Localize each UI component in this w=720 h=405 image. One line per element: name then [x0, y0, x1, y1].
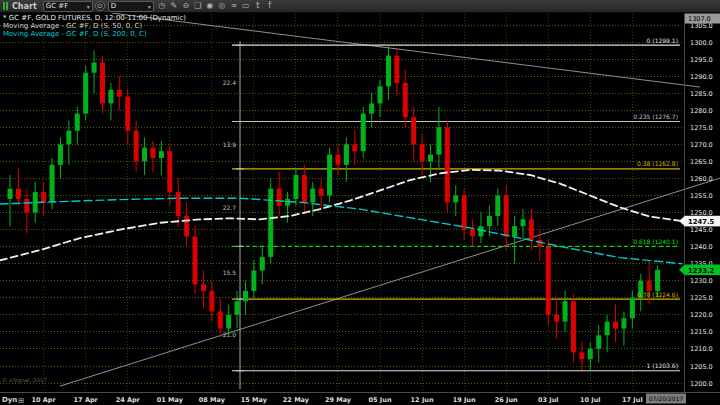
- measure-label: 15.5: [223, 269, 237, 276]
- candle-body: [184, 216, 189, 236]
- candle-body: [605, 322, 610, 336]
- candle-body: [394, 56, 399, 83]
- candle-body: [277, 189, 282, 206]
- candle-body: [117, 90, 122, 97]
- candle-body: [41, 192, 46, 202]
- candle-body: [327, 155, 332, 196]
- candle-body: [167, 151, 172, 192]
- price-tick-label: 1225.0: [690, 294, 713, 302]
- candle-body: [285, 199, 290, 206]
- candle-body: [50, 165, 55, 203]
- candle-body: [319, 189, 324, 196]
- price-tick-label: 1245.0: [690, 226, 713, 234]
- candle-body: [445, 127, 450, 202]
- price-axis[interactable]: 1200.01205.01210.01215.01220.01225.01230…: [679, 13, 720, 392]
- candle-body: [159, 151, 164, 158]
- candle-body: [16, 189, 21, 199]
- candle-body: [193, 236, 198, 284]
- candle-body: [293, 175, 298, 199]
- price-tick-label: 1300.0: [690, 39, 713, 47]
- clock-icon[interactable]: ◷: [156, 0, 168, 12]
- record-icon[interactable]: ◉: [204, 0, 216, 12]
- candle-body: [302, 175, 307, 202]
- fib-level-label: 0 (1299.1): [647, 37, 678, 44]
- candle-body: [260, 257, 265, 271]
- active-tab-indicator-icon: [3, 2, 5, 10]
- candle-body: [563, 301, 568, 321]
- chart-tab-label[interactable]: Chart: [12, 2, 37, 11]
- date-tick-label: 10 Apr: [32, 396, 57, 404]
- titlebar: Chart GC #F ▾ ⊙ D ▾ ◷✎⊖❑◉◎∞▭tf: [0, 0, 720, 13]
- date-tick-label: 24 Apr: [116, 396, 141, 404]
- date-tick-label: 05 Jun: [369, 396, 392, 404]
- date-axis[interactable]: © eSignal, 2017Dyn⊞10 Apr17 Apr24 Apr01 …: [0, 377, 720, 405]
- candle-body: [92, 63, 97, 73]
- candle-body: [66, 131, 71, 145]
- candle-body: [335, 155, 340, 165]
- candle-body: [58, 144, 63, 164]
- fib-level-label: 0.235 (1276.7): [633, 113, 678, 120]
- candle-body: [630, 298, 635, 318]
- ma-line[interactable]: [0, 198, 682, 264]
- date-tick-label: 29 May: [325, 396, 352, 404]
- fib-level-label: 0.618 (1240.1): [633, 238, 678, 245]
- comment-icon[interactable]: ▭: [240, 0, 252, 12]
- date-tick-label: 26 Jun: [495, 396, 518, 404]
- price-tick-label: 1255.0: [690, 192, 713, 200]
- candle-body: [369, 103, 374, 113]
- candle-body: [100, 63, 105, 104]
- search-icon: ⊙: [97, 2, 103, 10]
- last-price-marker-arrow: [679, 265, 685, 276]
- candle-body: [487, 216, 492, 226]
- trendline[interactable]: [60, 178, 720, 386]
- chart-plot[interactable]: 22.413.922.715.521.00 (1299.1)0.235 (127…: [0, 13, 720, 405]
- date-tick-label: 17 Apr: [74, 396, 99, 404]
- candle-body: [453, 196, 458, 203]
- dyn-mode-icon[interactable]: ⊞: [18, 396, 24, 405]
- chat-icon[interactable]: ❑: [192, 0, 204, 12]
- candle-body: [588, 349, 593, 359]
- candle-body: [529, 219, 534, 239]
- price-tick-label: 1295.0: [690, 56, 713, 64]
- interval-select[interactable]: D ▾: [108, 1, 154, 12]
- chart-area: 22.413.922.715.521.00 (1299.1)0.235 (127…: [0, 13, 720, 405]
- date-tick-label: 10 Jul: [580, 396, 601, 404]
- candle-body: [495, 196, 500, 216]
- symbol-search-button[interactable]: ⊙: [95, 1, 105, 11]
- dyn-button[interactable]: Dyn: [2, 396, 17, 404]
- fib-level-label: 0.78 (1224.6): [637, 291, 678, 298]
- candle-body: [579, 352, 584, 359]
- zoom-out-icon[interactable]: ⊖: [180, 0, 192, 12]
- candle-body: [176, 192, 181, 216]
- candle-body: [226, 315, 231, 329]
- ma50-price-marker-arrow: [679, 216, 685, 227]
- candle-body: [352, 144, 357, 151]
- candle-body: [378, 86, 383, 103]
- date-tick-label: 17 Jul: [622, 396, 643, 404]
- symbol-select[interactable]: GC #F ▾: [43, 1, 93, 12]
- link-icon[interactable]: ∞: [228, 0, 240, 12]
- measure-label: 22.4: [223, 79, 237, 86]
- candle-body: [251, 271, 256, 291]
- price-tick-label: 1270.0: [690, 141, 713, 149]
- twitter-icon[interactable]: t: [252, 0, 264, 12]
- candle-body: [134, 131, 139, 162]
- active-tab-indicator-icon: [6, 2, 8, 10]
- scale-top-value: 1307.0: [688, 15, 711, 23]
- candle-body: [75, 114, 80, 131]
- facebook-icon[interactable]: f: [264, 0, 276, 12]
- moving-averages-layer[interactable]: [0, 170, 682, 264]
- price-tick-label: 1205.0: [690, 363, 713, 371]
- price-tick-label: 1215.0: [690, 328, 713, 336]
- candle-body: [209, 291, 214, 311]
- measure-label: 21.0: [223, 331, 237, 338]
- pencil-icon[interactable]: ✎: [168, 0, 180, 12]
- target-icon[interactable]: ◎: [216, 0, 228, 12]
- price-tick-label: 1230.0: [690, 277, 713, 285]
- candle-body: [621, 318, 626, 328]
- interval-value: D: [111, 2, 116, 10]
- measure-label: 13.9: [223, 141, 237, 148]
- candle-body: [504, 196, 509, 237]
- candle-body: [428, 155, 433, 162]
- candle-body: [596, 335, 601, 349]
